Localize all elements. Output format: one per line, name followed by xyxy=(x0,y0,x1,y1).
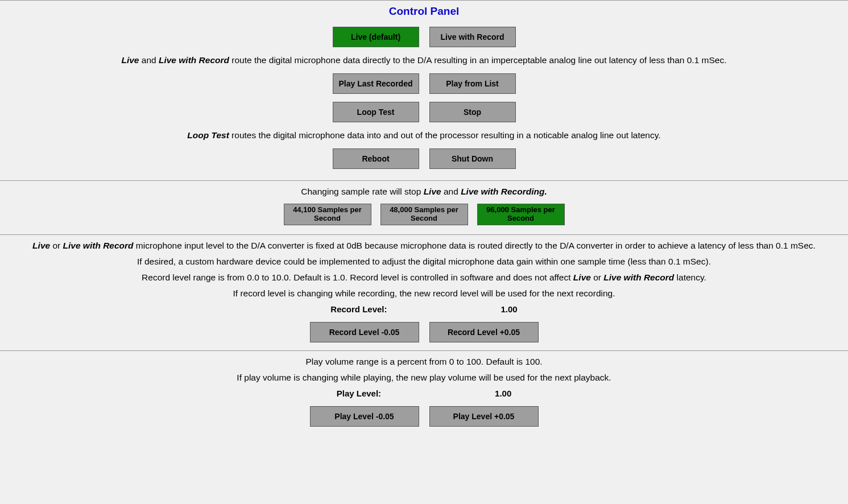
play-level-value: 1.00 xyxy=(495,389,511,398)
live-description: Live and Live with Record route the digi… xyxy=(7,55,841,65)
reboot-button[interactable]: Reboot xyxy=(333,148,419,169)
play-from-list-button[interactable]: Play from List xyxy=(429,73,516,94)
page-title: Control Panel xyxy=(0,5,848,18)
custom-hardware-note: If desired, a custom hardware device cou… xyxy=(7,257,841,267)
shut-down-button[interactable]: Shut Down xyxy=(429,148,516,169)
sample-44100-button[interactable]: 44,100 Samples per Second xyxy=(284,204,371,225)
sample-96000-button[interactable]: 96,000 Samples per Second xyxy=(477,204,565,225)
record-level-plus-button[interactable]: Record Level +0.05 xyxy=(429,322,539,342)
live-with-record-button[interactable]: Live with Record xyxy=(429,27,516,47)
play-volume-range-note: Play volume range is a percent from 0 to… xyxy=(7,357,841,367)
play-level-minus-button[interactable]: Play Level -0.05 xyxy=(310,406,419,427)
loop-test-description: Loop Test routes the digital microphone … xyxy=(7,130,841,141)
loop-test-em: Loop Test xyxy=(187,130,229,140)
stop-button[interactable]: Stop xyxy=(429,102,516,122)
play-level-label: Play Level: xyxy=(337,389,381,398)
loop-test-button[interactable]: Loop Test xyxy=(333,102,419,122)
live-button[interactable]: Live (default) xyxy=(333,27,419,47)
record-level-change-note: If record level is changing while record… xyxy=(7,288,841,299)
record-level-minus-button[interactable]: Record Level -0.05 xyxy=(310,322,419,342)
live-em: Live xyxy=(121,55,139,65)
input-level-description: Live or Live with Record microphone inpu… xyxy=(7,241,841,251)
play-last-recorded-button[interactable]: Play Last Recorded xyxy=(333,73,419,94)
sample-rate-note: Changing sample rate will stop Live and … xyxy=(7,187,841,197)
record-level-range-note: Record level range is from 0.0 to 10.0. … xyxy=(7,272,841,283)
record-level-value: 1.00 xyxy=(501,304,518,314)
sample-48000-button[interactable]: 48,000 Samples per Second xyxy=(380,204,468,225)
play-level-plus-button[interactable]: Play Level +0.05 xyxy=(429,406,539,427)
record-level-label: Record Level: xyxy=(330,304,387,314)
play-volume-change-note: If play volume is changing while playing… xyxy=(7,373,841,383)
live-record-em: Live with Record xyxy=(159,55,229,65)
